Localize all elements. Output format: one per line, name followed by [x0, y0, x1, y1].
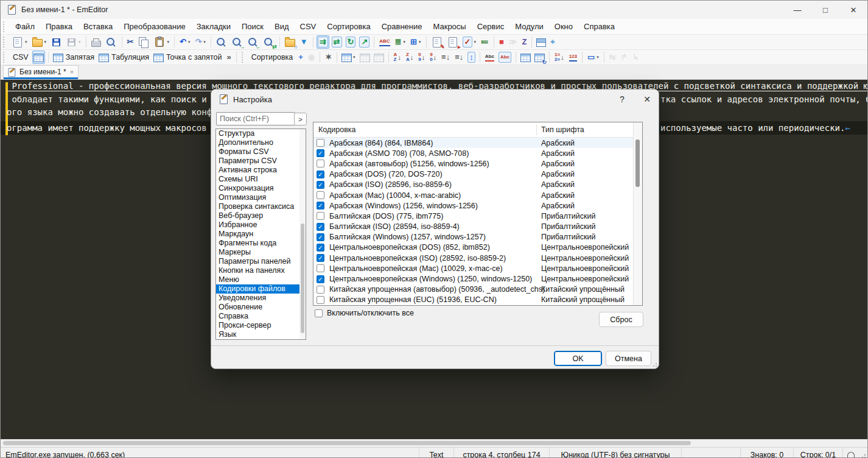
ok-button[interactable]: OK	[554, 351, 602, 366]
combine-column-button[interactable]: ↻	[533, 51, 546, 64]
encoding-row[interactable]: Центральноевропейская (Mac) (10029, x-ma…	[313, 263, 642, 273]
tree-item-обновление[interactable]: Обновление	[216, 303, 306, 312]
column-divider[interactable]	[536, 124, 537, 135]
table-scrollbar[interactable]	[633, 122, 642, 305]
refresh-button[interactable]: ↻	[345, 35, 357, 49]
sort-az-button[interactable]: AZ↓	[392, 51, 403, 64]
csv-semicolon-button[interactable]: Точка с запятой	[152, 51, 223, 64]
tab-document[interactable]: Без имени-1 * ×	[3, 65, 79, 79]
sort-options-button[interactable]: +	[296, 51, 305, 64]
encoding-checkbox[interactable]: ✓	[317, 202, 324, 210]
tree-item-кнопки на панелях[interactable]: Кнопки на панелях	[216, 266, 306, 275]
toggle-all-checkbox[interactable]	[315, 309, 323, 317]
tree-scrollbar-thumb[interactable]	[301, 224, 304, 333]
encoding-checkbox[interactable]	[317, 160, 324, 167]
tree-item-параметры csv[interactable]: Параметры CSV	[216, 157, 306, 166]
play-all-button[interactable]: ≫	[507, 35, 519, 49]
redo-button[interactable]: ↷▾	[193, 35, 207, 49]
reset-button[interactable]: Сброс	[599, 312, 643, 327]
word-wrap-button[interactable]: ⇉	[317, 35, 329, 49]
save-button[interactable]	[49, 35, 63, 49]
tree-item-фрагменты кода[interactable]: Фрагменты кода	[216, 239, 306, 248]
minimize-button[interactable]: —	[783, 1, 811, 19]
spell-check-button[interactable]: ABC	[377, 35, 391, 49]
encoding-row[interactable]: ✓Центральноевропейская (Windows) (1250, …	[313, 273, 642, 284]
tree-item-веб-браузер[interactable]: Веб-браузер	[216, 211, 306, 220]
locale-sort-button[interactable]: Abc	[497, 51, 513, 64]
show-columns-button[interactable]	[373, 51, 385, 64]
menu-item-закладки[interactable]: Закладки	[191, 19, 236, 34]
tree-item-дополнительно[interactable]: Дополнительно	[216, 138, 306, 147]
encoding-checkbox[interactable]: ✓	[317, 233, 324, 241]
settings-search-button[interactable]: >	[294, 113, 307, 125]
sort-length-asc-button[interactable]: ≡↓	[439, 51, 452, 64]
menu-item-csv[interactable]: CSV	[295, 19, 322, 34]
sort-dialog-button[interactable]: ↕	[466, 51, 477, 64]
paste-button[interactable]: ▾	[152, 35, 171, 49]
find-button[interactable]	[214, 35, 229, 49]
tree-item-избранное[interactable]: Избранное	[216, 220, 306, 230]
tree-item-схемы uri[interactable]: Схемы URI	[216, 175, 306, 184]
encoding-checkbox[interactable]	[317, 212, 324, 220]
macro-list-button[interactable]: ≔	[479, 35, 491, 49]
tree-item-справка[interactable]: Справка	[216, 312, 306, 321]
encoding-row[interactable]: ✓Центральноевропейская (ISO) (28592, iso…	[313, 253, 642, 263]
print-preview-button[interactable]	[104, 35, 119, 49]
find-next-button[interactable]: →	[230, 35, 245, 49]
tab-close-icon[interactable]: ×	[70, 68, 74, 76]
encoding-checkbox[interactable]: ✓	[317, 223, 324, 231]
encoding-checkbox[interactable]: ✓	[317, 149, 324, 157]
tree-scrollbar[interactable]	[299, 129, 306, 339]
encoding-row[interactable]: ✓Арабская (ASMO 708) (708, ASMO-708)Араб…	[313, 148, 642, 158]
macro-record-button[interactable]: ✎	[430, 35, 444, 49]
csv-comma-button[interactable]: Запятая	[52, 51, 96, 64]
menu-item-поиск[interactable]: Поиск	[236, 19, 269, 34]
outline-button[interactable]: ≣▾	[393, 35, 407, 49]
tree-item-маркеры[interactable]: Маркеры	[216, 248, 306, 257]
status-cell-5[interactable]: Строк: 0/1	[793, 448, 842, 458]
csv-mode-button[interactable]	[32, 51, 45, 64]
macro-script-button[interactable]: Z	[520, 35, 528, 49]
sort-play-button[interactable]: ◉	[306, 51, 317, 64]
status-cell-2[interactable]: Юникод (UTF-8) без сигнатуры	[549, 448, 681, 458]
encoding-checkbox[interactable]: ✓	[317, 171, 324, 178]
sort-za-button[interactable]: ZA↓	[404, 51, 415, 64]
encoding-checkbox[interactable]	[317, 139, 324, 147]
tree-item-структура[interactable]: Структура	[216, 129, 306, 138]
menu-item-файл[interactable]: Файл	[10, 19, 40, 34]
encoding-checkbox[interactable]	[317, 286, 324, 294]
column-header-font-type[interactable]: Тип шрифта	[541, 125, 584, 134]
encoding-row[interactable]: ✓Балтийская (ISO) (28594, iso-8859-4)При…	[313, 222, 642, 232]
menu-item-правка[interactable]: Правка	[40, 19, 78, 34]
validate-column-button[interactable]: ↳	[631, 51, 641, 64]
new-file-button[interactable]: ▾	[10, 35, 29, 49]
menu-item-макросы[interactable]: Макросы	[427, 19, 471, 34]
status-cell-0[interactable]: Text	[419, 448, 453, 458]
ruler-button[interactable]: 123	[567, 51, 579, 64]
tree-item-кодировки файлов[interactable]: Кодировки файлов	[216, 284, 306, 294]
column-width-button[interactable]: ▭▾	[586, 51, 601, 64]
menu-item-окно[interactable]: Окно	[549, 19, 578, 34]
find-previous-button[interactable]: ←	[246, 35, 261, 49]
macro-play-button[interactable]: ▸	[446, 35, 460, 49]
ignore-case-button[interactable]: Abc	[483, 51, 496, 64]
encoding-checkbox[interactable]: ✓	[317, 181, 324, 189]
tree-item-синхронизация[interactable]: Синхронизация	[216, 184, 306, 193]
encoding-row[interactable]: Арабская (Mac) (10004, x-mac-arabic)Араб…	[313, 190, 642, 200]
encoding-checkbox[interactable]	[317, 264, 324, 272]
horizontal-scrollbar-thumb[interactable]	[3, 441, 691, 445]
stop-button[interactable]: ■	[497, 35, 506, 49]
encoding-checkbox[interactable]	[317, 191, 324, 199]
sort-num-asc-button[interactable]: 09↓	[416, 51, 427, 64]
menu-item-сервис[interactable]: Сервис	[472, 19, 510, 34]
encoding-row[interactable]: Арабская (автовыбор) (51256, windows-125…	[313, 158, 642, 169]
encoding-row[interactable]: ✓Балтийская (Windows) (1257, windows-125…	[313, 232, 642, 242]
move-column-button[interactable]: ⇆	[607, 51, 618, 64]
open-in-browser-button[interactable]: ↗	[358, 35, 371, 49]
status-cell-3[interactable]	[681, 448, 740, 458]
menu-item-справка[interactable]: Справка	[578, 19, 620, 34]
select-columns-button[interactable]: ▾	[340, 51, 357, 64]
tree-item-форматы csv[interactable]: Форматы CSV	[216, 147, 306, 157]
split-column-button[interactable]	[519, 51, 532, 64]
menu-item-сравнение[interactable]: Сравнение	[376, 19, 428, 34]
